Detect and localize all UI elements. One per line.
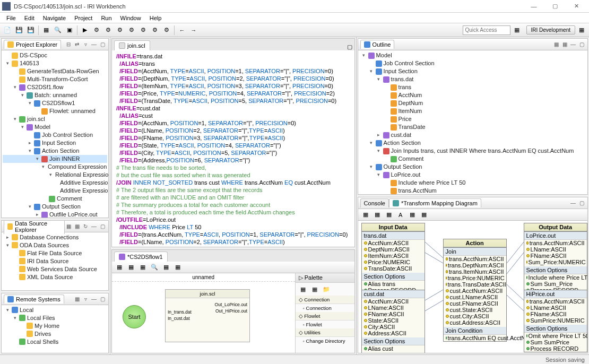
minimize-icon[interactable]: — [90,41,98,48]
toolbar-icon[interactable]: ▦ [65,222,72,230]
palette-icon[interactable]: 📁 [321,284,332,294]
close-button[interactable]: ✕ [566,1,587,12]
toolbar-icon[interactable]: ⚙ [103,25,114,36]
editor-tab-joinscl[interactable]: join.scl [114,40,150,50]
diagram-box[interactable]: HiPrice.outtrans.AcctNum:ASCIILName:ASCI… [524,290,587,352]
menu-run[interactable]: Run [97,14,116,22]
toolbar-icon[interactable]: ▦ [41,25,51,36]
tree-node[interactable]: IRI Data Source [3,257,107,265]
tree-node[interactable]: XML Data Source [3,273,107,281]
minimize-icon[interactable]: — [569,41,577,48]
toolbar-icon[interactable]: ▣ [64,25,75,36]
diagram-tab[interactable]: *Transform Mapping Diagram [389,198,481,207]
forward-icon[interactable]: → [188,25,199,36]
toolbar-icon[interactable]: ▦ [126,262,136,273]
palette-icon[interactable]: ▦ [309,284,320,294]
toolbar-icon[interactable]: ⚙ [161,25,172,36]
tree-node[interactable]: Include where Price LT 50 [359,179,586,187]
toolbar-icon[interactable]: ▦ [172,262,183,273]
palette-item[interactable]: ◦ Flowlet [296,320,354,328]
save-all-icon[interactable]: 💾 [25,25,36,36]
diagram-box[interactable]: trans.datAcctNum:ASCIIDeptNum:ASCIIItemN… [361,231,425,294]
minimize-icon[interactable]: — [569,200,577,207]
tree-node[interactable]: ▾Output Section [359,163,586,171]
menu-edit[interactable]: Edit [20,14,39,22]
perspective-button[interactable]: IRI Development [526,25,575,34]
diagram-box[interactable]: cust.datAcctNum:ASCIILName:ASCIIFName:AS… [361,290,425,353]
toolbar-icon[interactable]: 🔍 [53,25,63,36]
tree-node[interactable]: ▾join.scl [3,115,107,123]
save-icon[interactable]: 💾 [14,25,24,36]
input-port[interactable]: In_cust.dat [166,315,194,322]
palette-section[interactable]: ◇ Utilities [296,328,354,337]
remote-systems-tab[interactable]: Remote Systems [4,294,64,304]
diagram-canvas[interactable]: Input Datatrans.datAcctNum:ASCIIDeptNum:… [358,221,587,353]
toolbar-icon[interactable]: ⚙ [126,25,137,36]
menu-file[interactable]: File [2,14,20,22]
perspective-icon[interactable]: ▦ [576,25,587,36]
toolbar-icon[interactable]: ▦ [161,262,171,273]
minimize-icon[interactable]: — [90,295,98,302]
tree-node[interactable]: Web Services Data Source [3,265,107,273]
tree-node[interactable]: ▾CS2DSf1.flow [3,83,107,91]
refresh-icon[interactable]: ↻ [82,222,89,230]
job-node[interactable]: join.scl In_trans.datIn_cust.dat Out_LoP… [165,289,250,342]
toolbar-icon[interactable]: ▦ [561,41,568,48]
tree-node[interactable]: ▾Local [3,306,107,314]
start-node[interactable]: Start [123,305,146,328]
tree-node[interactable]: ▸Input Section [3,139,107,147]
tree-node[interactable]: Job Control Section [359,59,586,67]
collapse-all-icon[interactable]: ⊟ [65,41,72,48]
palette-item[interactable]: ◦ Change Directory [296,337,354,345]
toolbar-icon[interactable]: ▦ [73,222,81,230]
input-port[interactable]: In_trans.dat [166,309,194,315]
maximize-icon[interactable]: ▢ [347,44,352,50]
maximize-icon[interactable]: ▢ [99,41,106,48]
palette-section[interactable]: ◇ Connection [296,296,354,304]
tree-node[interactable]: ▾Action Section [359,139,586,147]
diagram-box[interactable]: LoPrice.outtrans.AcctNum:ASCIILName:ASCI… [524,231,587,294]
toolbar-icon[interactable]: ⚙ [138,25,149,36]
menu-window[interactable]: Window [116,14,145,22]
tree-node[interactable]: ▸cust.dat [359,131,586,139]
output-port[interactable]: Out_LoPrice.out [213,301,249,308]
tree-node[interactable]: Additive Expression X EQ [3,187,107,195]
tree-node[interactable]: ▾Join Inputs trans, cust INNER Where tra… [359,147,586,155]
toolbar-icon[interactable]: ▦ [73,295,81,302]
tree-node[interactable]: My Home [3,322,107,330]
toolbar-icon[interactable]: ▦ [360,210,371,220]
tree-node[interactable]: ▾Action Section [3,147,107,155]
tree-node[interactable]: Job Control Section [3,131,107,139]
tree-node[interactable]: ▾Local Files [3,314,107,322]
tree-node[interactable]: ▾Batch: unnamed [3,91,107,99]
tree-node[interactable]: ItemNum [359,107,586,115]
menu-navigate[interactable]: Navigate [39,14,70,22]
tree-node[interactable]: Comment [359,155,586,163]
minimize-button[interactable]: — [523,1,544,12]
maximize-icon[interactable]: ▢ [99,295,106,302]
tree-node[interactable]: Comment [3,195,107,203]
link-editor-icon[interactable]: ⇄ [73,41,81,48]
tree-node[interactable]: ▾Output Section [3,203,107,211]
toolbar-icon[interactable]: ⚙ [91,25,102,36]
tree-node[interactable]: DeptNum [359,99,586,107]
new-icon[interactable]: 📄 [2,25,13,36]
tree-node[interactable]: ▾Model [359,51,586,59]
editor-tab-flow[interactable]: *CS2DSflow1 [114,252,168,262]
output-port[interactable]: Out_HiPrice.out [213,308,249,314]
tree-node[interactable]: ▾140513 [3,59,107,67]
maximize-button[interactable]: ▢ [544,1,566,12]
diagram-box[interactable]: Jointrans.AcctNum:ASCIItrans.DeptNum:ASC… [443,247,507,342]
view-menu-icon[interactable]: ▿ [82,295,89,302]
console-tab[interactable]: Console [360,198,389,207]
toolbar-icon[interactable]: ▦ [552,41,560,48]
view-menu-icon[interactable]: ▿ [82,41,89,48]
toolbar-icon[interactable]: ⚙ [115,25,125,36]
project-explorer-tab[interactable]: Project Explorer [4,40,61,49]
font-icon[interactable]: A [395,210,406,220]
tree-node[interactable]: ▾Model [3,123,107,131]
maximize-icon[interactable]: ▢ [578,200,585,207]
tree-node[interactable]: ▾LoPrice.out [359,171,586,179]
maximize-icon[interactable]: ▢ [99,222,106,230]
tree-node[interactable]: GenerateTestData-RowGen [3,67,107,75]
